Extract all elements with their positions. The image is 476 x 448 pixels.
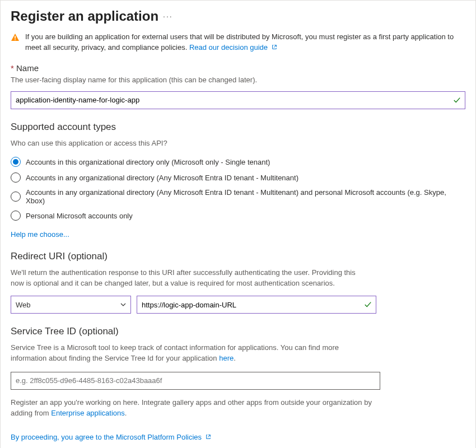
name-field-wrap (11, 91, 465, 109)
page-header: Register an application ··· (11, 8, 465, 24)
radio-label: Accounts in any organizational directory… (26, 174, 298, 182)
proceed-policies-row: By proceeding, you agree to the Microsof… (11, 433, 465, 441)
enterprise-applications-link[interactable]: Enterprise applications (51, 409, 125, 417)
redirect-uri-heading: Redirect URI (optional) (11, 251, 465, 262)
name-section: * Name The user-facing display name for … (11, 63, 465, 109)
svg-rect-0 (15, 36, 16, 39)
chevron-down-icon (120, 301, 127, 308)
help-me-choose-link[interactable]: Help me choose... (11, 230, 69, 239)
warning-icon (11, 33, 20, 42)
service-tree-heading: Service Tree ID (optional) (11, 326, 465, 337)
service-tree-id-input[interactable] (11, 372, 380, 390)
service-tree-section: Service Tree ID (optional) Service Tree … (11, 326, 465, 390)
redirect-url-wrap (137, 296, 376, 314)
service-tree-help: Service Tree is a Microsoft tool to keep… (11, 343, 369, 364)
required-asterisk: * (11, 63, 14, 73)
external-link-icon (272, 44, 277, 50)
radio-icon (11, 172, 21, 183)
account-type-option-2[interactable]: Accounts in any organizational directory… (11, 185, 465, 208)
more-actions-icon[interactable]: ··· (163, 12, 173, 21)
redirect-platform-select-wrap: Web (11, 296, 131, 314)
radio-label: Personal Microsoft accounts only (26, 212, 133, 220)
name-label: * Name (11, 63, 465, 73)
radio-label: Accounts in any organizational directory… (26, 188, 465, 205)
external-link-icon (206, 434, 211, 440)
service-tree-input-wrap (11, 372, 380, 390)
radio-icon (11, 157, 21, 167)
radio-label: Accounts in this organizational director… (26, 158, 270, 166)
page-title: Register an application (11, 8, 158, 24)
register-footer-note: Register an app you're working on here. … (11, 398, 380, 419)
radio-icon (11, 211, 21, 221)
valid-check-icon (364, 301, 372, 309)
warning-text-wrap: If you are building an application for e… (25, 32, 465, 53)
redirect-platform-value: Web (16, 301, 31, 309)
help-me-choose-row: Help me choose... (11, 230, 465, 239)
application-name-input[interactable] (11, 91, 465, 109)
redirect-platform-select[interactable]: Web (11, 296, 131, 314)
service-tree-here-link[interactable]: here (219, 354, 234, 362)
radio-icon (11, 192, 21, 202)
decision-guide-link[interactable]: Read our decision guide (189, 43, 277, 52)
redirect-uri-row: Web (11, 296, 465, 314)
platform-policies-link[interactable]: By proceeding, you agree to the Microsof… (11, 433, 211, 441)
account-type-option-1[interactable]: Accounts in any organizational directory… (11, 170, 465, 185)
name-help-text: The user-facing display name for this ap… (11, 75, 465, 86)
first-party-warning: If you are building an application for e… (11, 32, 465, 53)
account-types-question: Who can use this application or access t… (11, 138, 465, 149)
account-type-option-0[interactable]: Accounts in this organizational director… (11, 154, 465, 170)
account-types-heading: Supported account types (11, 122, 465, 133)
redirect-uri-help: We'll return the authentication response… (11, 268, 369, 289)
svg-rect-1 (15, 39, 16, 40)
register-application-page: Register an application ··· If you are b… (0, 0, 476, 448)
account-types-radio-group: Accounts in this organizational director… (11, 154, 465, 223)
redirect-url-input[interactable] (137, 296, 376, 314)
valid-check-icon (453, 96, 461, 104)
account-type-option-3[interactable]: Personal Microsoft accounts only (11, 208, 465, 223)
